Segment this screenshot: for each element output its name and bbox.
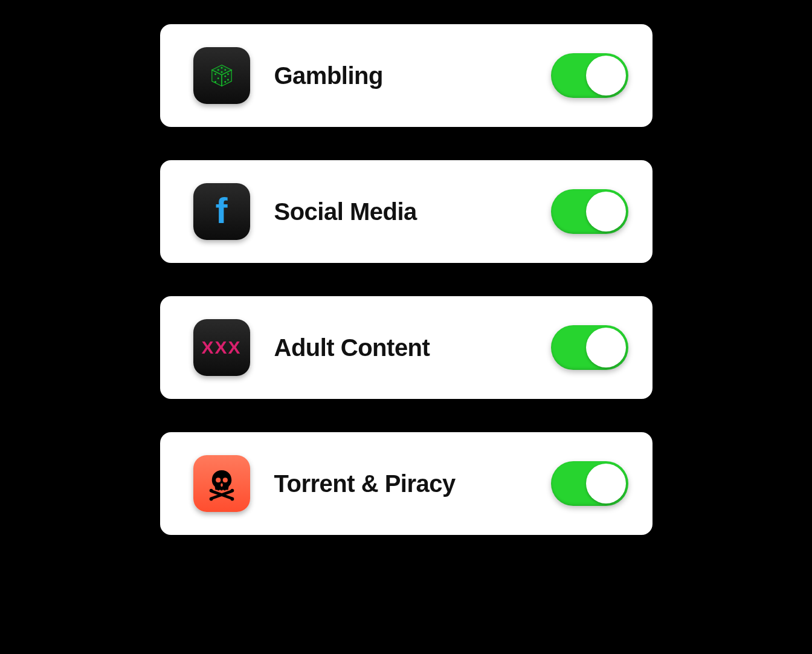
toggle-social-media[interactable]	[551, 189, 628, 234]
skull-icon	[193, 455, 250, 512]
category-label: Social Media	[274, 198, 551, 225]
category-row-adult-content: XXX Adult Content	[160, 296, 652, 399]
svg-point-22	[209, 489, 213, 493]
svg-point-6	[221, 71, 222, 73]
svg-point-13	[227, 79, 228, 81]
category-row-torrent-piracy: Torrent & Piracy	[160, 432, 652, 535]
category-row-gambling: Gambling	[160, 24, 652, 127]
svg-point-16	[221, 483, 222, 487]
toggle-adult-content[interactable]	[551, 325, 628, 370]
category-label: Torrent & Piracy	[274, 470, 551, 497]
svg-point-15	[222, 478, 227, 482]
svg-point-12	[224, 81, 226, 83]
svg-point-11	[227, 73, 228, 75]
svg-point-4	[217, 69, 219, 71]
svg-point-25	[230, 497, 234, 501]
category-row-social-media: f Social Media	[160, 160, 652, 263]
svg-point-7	[214, 73, 216, 75]
category-label: Gambling	[274, 62, 551, 89]
svg-point-5	[224, 69, 226, 71]
svg-point-10	[224, 76, 226, 77]
svg-point-9	[214, 81, 216, 83]
xxx-icon: XXX	[193, 319, 250, 376]
svg-rect-18	[221, 488, 222, 491]
svg-rect-19	[224, 488, 225, 491]
svg-point-3	[221, 67, 222, 69]
svg-point-8	[217, 77, 219, 79]
category-label: Adult Content	[274, 334, 551, 361]
svg-point-24	[209, 497, 213, 501]
svg-rect-17	[218, 488, 219, 491]
toggle-torrent-piracy[interactable]	[551, 461, 628, 506]
dice-icon	[193, 47, 250, 104]
toggle-gambling[interactable]	[551, 53, 628, 98]
svg-point-14	[216, 478, 221, 482]
facebook-icon: f	[193, 183, 250, 240]
svg-point-23	[230, 489, 234, 493]
